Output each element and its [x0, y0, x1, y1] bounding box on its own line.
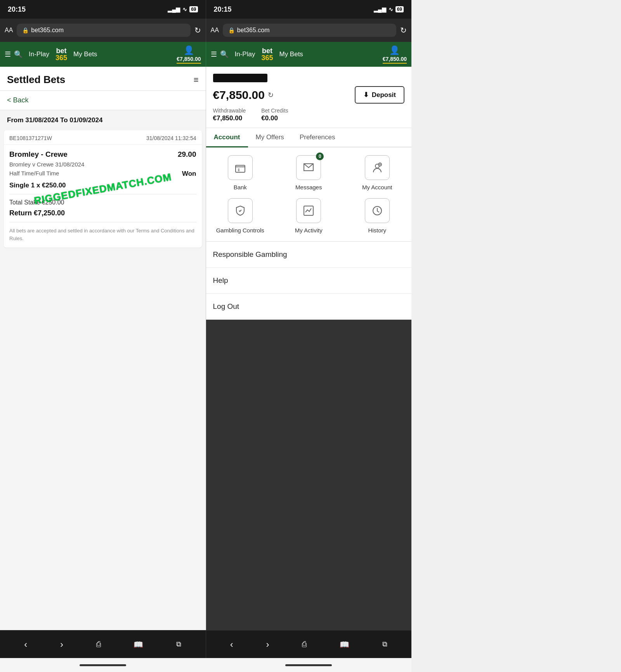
battery-right: 69 [395, 6, 404, 12]
tabs-button-left[interactable]: ⧉ [173, 637, 184, 651]
settled-bets-title: Settled Bets [7, 74, 65, 86]
grid-item-messages[interactable]: 0 Messages [278, 155, 339, 191]
menu-responsible-gambling[interactable]: Responsible Gambling [206, 242, 412, 268]
hamburger-icon-right[interactable]: ☰ [211, 50, 217, 59]
url-bar-left[interactable]: 🔒 bet365.com [17, 24, 190, 37]
browser-bar-right: AA 🔒 bet365.com ↻ [206, 19, 412, 42]
nav-account-right[interactable]: 👤 €7,850.00 [383, 45, 407, 64]
search-icon-right[interactable]: 🔍 [220, 50, 229, 59]
account-balance: €7,850.00 [213, 88, 265, 102]
settled-bets-header: Settled Bets ≡ [0, 67, 206, 91]
bookmarks-button-right[interactable]: 📖 [337, 637, 352, 652]
date-range: From 31/08/2024 To 01/09/2024 [0, 110, 206, 130]
lock-icon-left: 🔒 [22, 27, 29, 33]
svg-rect-0 [236, 165, 245, 172]
aa-label-left[interactable]: AA [5, 27, 13, 34]
bet-match-name: Bromley - Crewe [9, 150, 68, 159]
logo-top-left: bet [56, 47, 66, 54]
status-icons-left: ▂▄▆ ∿ 69 [168, 6, 198, 12]
history-label: History [368, 227, 386, 234]
bet-credits-label: Bet Credits [261, 107, 288, 114]
grid-item-bank[interactable]: Bank [210, 155, 271, 191]
menu-help[interactable]: Help [206, 268, 412, 294]
grid-item-my-account[interactable]: My Account [347, 155, 408, 191]
account-icon-left: 👤 [184, 45, 194, 55]
menu-icon[interactable]: ≡ [194, 75, 199, 85]
back-button-left[interactable]: ‹ [21, 636, 30, 653]
withdrawable-value: €7,850.00 [213, 114, 243, 122]
logo-bottom-left: 365 [56, 54, 67, 61]
nav-balance-right: €7,850.00 [383, 56, 407, 64]
bottom-bar-right: ‹ › ⎙ 📖 ⧉ [206, 630, 412, 658]
tabs-button-right[interactable]: ⧉ [379, 637, 390, 651]
bank-label: Bank [234, 184, 247, 191]
bet-timestamp: 31/08/2024 11:32:54 [146, 135, 196, 141]
grid-item-history[interactable]: History [347, 198, 408, 234]
account-icon-right: 👤 [389, 45, 400, 55]
nav-account-left[interactable]: 👤 €7,850.00 [177, 45, 201, 64]
bet-result: Won [182, 170, 196, 178]
share-button-left[interactable]: ⎙ [93, 637, 104, 652]
wifi-icon: ∿ [182, 6, 187, 12]
bookmarks-button-left[interactable]: 📖 [130, 637, 146, 652]
aa-label-right[interactable]: AA [211, 27, 219, 34]
hamburger-icon-left[interactable]: ☰ [5, 50, 11, 59]
nav-inplay-right[interactable]: In-Play [235, 50, 255, 58]
refresh-balance-icon[interactable]: ↻ [268, 91, 274, 99]
bet-return: Return €7,250.00 [9, 209, 196, 217]
screen-right: €7,850.00 ↻ ⬇ Deposit Withdrawable €7,85… [206, 67, 412, 630]
refresh-btn-right[interactable]: ↻ [400, 26, 407, 35]
lock-icon-right: 🔒 [228, 27, 235, 33]
back-button[interactable]: < Back [7, 96, 199, 104]
bet-stake: Single 1 x €250.00 [9, 182, 196, 189]
bet365-logo-right[interactable]: bet 365 [261, 47, 273, 61]
tab-my-offers[interactable]: My Offers [248, 128, 292, 147]
share-button-right[interactable]: ⎙ [299, 637, 310, 652]
history-icon-wrap [365, 198, 390, 223]
gambling-controls-label: Gambling Controls [216, 227, 264, 234]
url-text-left: bet365.com [31, 27, 64, 34]
nav-mybets-right[interactable]: My Bets [279, 50, 303, 58]
bet-card-body: Bromley - Crewe 29.00 Bromley v Crewe 31… [4, 145, 202, 248]
bottom-bar-left: ‹ › ⎙ 📖 ⧉ [0, 630, 206, 658]
grid-item-my-activity[interactable]: My Activity [278, 198, 339, 234]
deposit-button[interactable]: ⬇ Deposit [355, 86, 404, 104]
account-balance-row: €7,850.00 ↻ ⬇ Deposit [213, 86, 405, 104]
signal-icon-right: ▂▄▆ [374, 6, 386, 12]
bet-card: BE1081371271W 31/08/2024 11:32:54 Bromle… [4, 130, 202, 248]
home-indicator-right [206, 658, 411, 672]
gambling-controls-icon-wrap [228, 198, 253, 223]
nav-mybets-left[interactable]: My Bets [73, 50, 97, 58]
status-bar-right: 20:15 ▂▄▆ ∿ 69 [206, 0, 412, 19]
back-button-right[interactable]: ‹ [227, 636, 236, 653]
tab-account[interactable]: Account [206, 128, 248, 147]
tab-preferences[interactable]: Preferences [292, 128, 343, 147]
time-left: 20:15 [8, 5, 26, 14]
bet-id: BE1081371271W [9, 135, 52, 141]
grid-item-gambling-controls[interactable]: Gambling Controls [210, 198, 271, 234]
signal-icon: ▂▄▆ [168, 6, 180, 12]
bet-odds: 29.00 [178, 150, 196, 159]
bet365-logo-left[interactable]: bet 365 [56, 47, 67, 61]
deposit-icon: ⬇ [363, 91, 369, 99]
my-activity-label: My Activity [295, 227, 323, 234]
logo-top-right: bet [262, 47, 272, 54]
back-link-container: < Back [0, 91, 206, 110]
withdrawable-item: Withdrawable €7,850.00 [213, 107, 246, 122]
home-indicator-bar-right [285, 664, 332, 666]
bet-credits-item: Bet Credits €0.00 [261, 107, 288, 122]
browser-bar-left: AA 🔒 bet365.com ↻ [0, 19, 206, 42]
bet-market-name: Half Time/Full Time [9, 170, 59, 178]
search-icon-left[interactable]: 🔍 [14, 50, 23, 59]
forward-button-left[interactable]: › [57, 636, 66, 653]
status-bar-left: 20:15 ▂▄▆ ∿ 69 [0, 0, 206, 19]
menu-log-out[interactable]: Log Out [206, 294, 412, 320]
logo-bottom-right: 365 [261, 54, 273, 61]
refresh-btn-left[interactable]: ↻ [194, 26, 201, 35]
bet-market-row: Half Time/Full Time Won [9, 170, 196, 178]
nav-inplay-left[interactable]: In-Play [29, 50, 49, 58]
battery-left: 69 [189, 6, 198, 12]
bet-card-header: BE1081371271W 31/08/2024 11:32:54 [4, 130, 202, 145]
forward-button-right[interactable]: › [263, 636, 272, 653]
url-bar-right[interactable]: 🔒 bet365.com [223, 24, 396, 37]
